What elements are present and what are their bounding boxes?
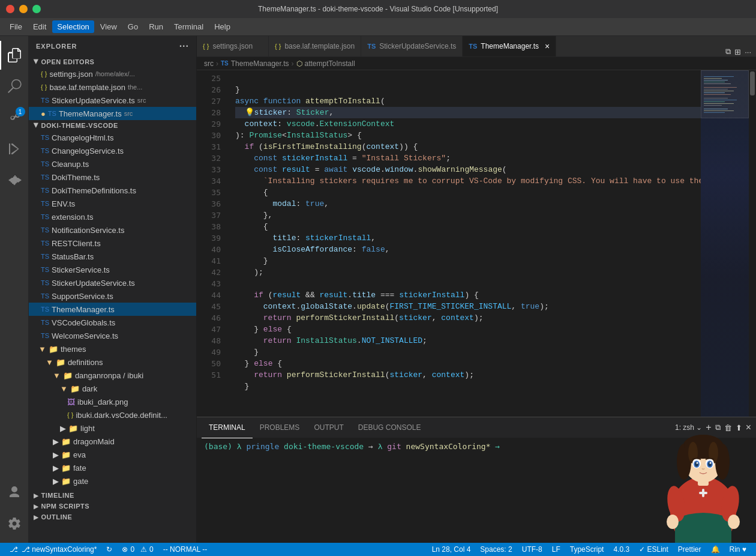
code-editor[interactable]: 25 26 27 28 29 30 31 32 33 34 35 36 37 3…	[197, 70, 701, 417]
tree-eva-folder[interactable]: ▶ 📁 eva	[29, 448, 196, 461]
activity-extensions[interactable]	[0, 166, 29, 195]
status-rin[interactable]: Rin ♥	[725, 543, 751, 556]
terminal-kill-button[interactable]: 🗑	[724, 423, 732, 432]
tab-theme-manager[interactable]: TS ThemeManager.ts ×	[463, 36, 556, 56]
tree-ENV[interactable]: TS ENV.ts	[29, 197, 196, 210]
tree-SupportService[interactable]: TS SupportService.ts	[29, 289, 196, 303]
terminal-content[interactable]: (base) λ pringle doki-theme-vscode → λ g…	[197, 438, 756, 543]
close-window-button[interactable]	[6, 5, 14, 13]
terminal-close-button[interactable]: ×	[746, 422, 751, 433]
status-position[interactable]: Ln 28, Col 4	[427, 543, 476, 556]
status-mode[interactable]: -- NORMAL --	[158, 543, 212, 556]
terminal-tab-problems[interactable]: PROBLEMS	[253, 417, 307, 438]
terminal-git: git	[387, 442, 401, 451]
open-editor-theme-manager[interactable]: ● TS ThemeManager.ts src	[29, 107, 196, 120]
tree-StickerUpdateService[interactable]: TS StickerUpdateService.ts	[29, 276, 196, 289]
breadcrumb-function[interactable]: attemptToInstall	[305, 59, 355, 68]
terminal-shell-selector[interactable]: 1: zsh ⌄	[675, 423, 702, 432]
terminal-split-button[interactable]: ⧉	[715, 423, 721, 432]
tree-dark-folder[interactable]: ▼ 📁 dark	[29, 382, 196, 395]
tree-Cleanup[interactable]: TS Cleanup.ts	[29, 157, 196, 171]
tree-NotificationService[interactable]: TS NotificationService.ts	[29, 223, 196, 237]
tree-gate-folder[interactable]: ▶ 📁 gate	[29, 474, 196, 488]
timeline-section[interactable]: ▶ TIMELINE	[29, 490, 196, 501]
tree-WelcomeService[interactable]: TS WelcomeService.ts	[29, 329, 196, 342]
tree-fate-folder[interactable]: ▶ 📁 fate	[29, 461, 196, 474]
scrollbar-thumb[interactable]	[750, 71, 755, 95]
breadcrumb-src[interactable]: src	[204, 59, 214, 68]
status-eol[interactable]: LF	[547, 543, 565, 556]
activity-settings[interactable]	[0, 509, 29, 538]
status-branch[interactable]: ⎇ ⎇ newSyntaxColoring*	[5, 543, 101, 556]
tree-DokiThemeDefinitions[interactable]: TS DokiThemeDefinitions.ts	[29, 184, 196, 197]
tree-StickerService[interactable]: TS StickerService.ts	[29, 263, 196, 276]
terminal-tab-output[interactable]: OUTPUT	[307, 417, 350, 438]
more-actions-button[interactable]: ···	[745, 47, 751, 56]
window-controls[interactable]	[6, 5, 41, 13]
tree-RESTClient[interactable]: TS RESTClient.ts	[29, 237, 196, 250]
status-eslint[interactable]: ✓ ESLint	[634, 543, 673, 556]
open-editor-base-laf[interactable]: { } base.laf.template.json the...	[29, 80, 196, 94]
tree-VSCodeGlobals[interactable]: TS VSCodeGlobals.ts	[29, 316, 196, 329]
tree-StatusBar[interactable]: TS StatusBar.ts	[29, 250, 196, 263]
menu-go[interactable]: Go	[123, 20, 143, 33]
tree-DokiTheme[interactable]: TS DokiTheme.ts	[29, 171, 196, 184]
status-errors[interactable]: ⊗ 0 ⚠ 0	[117, 543, 158, 556]
menu-edit[interactable]: Edit	[28, 20, 51, 33]
sidebar-more-actions[interactable]: ···	[179, 41, 189, 52]
breadcrumb-ts-icon-small: TS	[221, 60, 229, 67]
terminal-maximize-button[interactable]: ⬆	[736, 423, 742, 432]
terminal-lambda: λ	[378, 442, 383, 451]
tab-base-laf[interactable]: { } base.laf.template.json	[269, 36, 361, 56]
menu-help[interactable]: Help	[209, 20, 235, 33]
tree-ChangelogService[interactable]: TS ChangelogService.ts	[29, 144, 196, 157]
tree-definitions-folder[interactable]: ▼ 📁 definitions	[29, 355, 196, 369]
split-editor-button[interactable]: ⧉	[725, 47, 731, 56]
tree-ibuki-dark-png[interactable]: 🖼 ibuki_dark.png	[29, 395, 196, 408]
status-language[interactable]: TypeScript	[565, 543, 609, 556]
terminal-add-button[interactable]: +	[706, 422, 711, 433]
code-content[interactable]: } async function attemptToInstall( 💡stic…	[226, 70, 701, 417]
tree-ibuki-dark-json[interactable]: { } ibuki.dark.vsCode.definit...	[29, 408, 196, 422]
npm-scripts-section[interactable]: ▶ NPM SCRIPTS	[29, 501, 196, 512]
open-editor-sticker-update[interactable]: TS StickerUpdateService.ts src	[29, 94, 196, 107]
tree-ChangelogHtml[interactable]: TS ChangelogHtml.ts	[29, 131, 196, 144]
terminal-tab-debug[interactable]: DEBUG CONSOLE	[351, 417, 428, 438]
status-spaces[interactable]: Spaces: 2	[475, 543, 517, 556]
status-prettier[interactable]: Prettier	[673, 543, 706, 556]
minimize-window-button[interactable]	[19, 5, 28, 13]
status-encoding[interactable]: UTF-8	[517, 543, 547, 556]
menu-terminal[interactable]: Terminal	[169, 20, 208, 33]
outline-section[interactable]: ▶ OUTLINE	[29, 512, 196, 522]
tab-sticker-update[interactable]: TS StickerUpdateService.ts	[361, 36, 463, 56]
tree-themes-folder[interactable]: ▼ 📁 themes	[29, 342, 196, 355]
menu-selection[interactable]: Selection	[52, 20, 94, 33]
status-sync[interactable]: ↻	[101, 543, 117, 556]
menu-run[interactable]: Run	[144, 20, 168, 33]
tree-light-folder[interactable]: ▶ 📁 light	[29, 422, 196, 435]
tab-settings-json[interactable]: { } settings.json	[197, 36, 269, 56]
menu-file[interactable]: File	[5, 20, 27, 33]
menu-view[interactable]: View	[95, 20, 122, 33]
breadcrumb-file[interactable]: ThemeManager.ts	[231, 59, 289, 68]
activity-explorer[interactable]	[0, 41, 29, 70]
activity-account[interactable]	[0, 478, 29, 507]
project-section[interactable]: ▶ DOKI-THEME-VSCODE	[29, 120, 196, 131]
activity-run[interactable]	[0, 134, 29, 163]
tree-danganronpa-folder[interactable]: ▼ 📁 danganronpa / ibuki	[29, 369, 196, 382]
tree-dragonMaid-folder[interactable]: ▶ 📁 dragonMaid	[29, 435, 196, 448]
editor-scrollbar[interactable]	[749, 70, 756, 417]
maximize-window-button[interactable]	[32, 5, 41, 13]
activity-source-control[interactable]: 1	[0, 103, 29, 132]
status-version[interactable]: 4.0.3	[608, 543, 634, 556]
terminal-tab-terminal[interactable]: TERMINAL	[202, 417, 253, 438]
status-bell[interactable]: 🔔	[706, 543, 725, 556]
tab-close-button[interactable]: ×	[545, 41, 550, 51]
tab-json-icon: { }	[203, 43, 209, 50]
tree-ThemeManager[interactable]: TS ThemeManager.ts	[29, 303, 196, 316]
tree-extension[interactable]: TS extension.ts	[29, 210, 196, 223]
toggle-panel-button[interactable]: ⊞	[734, 47, 741, 56]
open-editor-settings-json[interactable]: { } settings.json /home/alex/...	[29, 67, 196, 80]
open-editors-section[interactable]: ▶ OPEN EDITORS	[29, 56, 196, 67]
activity-search[interactable]	[0, 72, 29, 101]
